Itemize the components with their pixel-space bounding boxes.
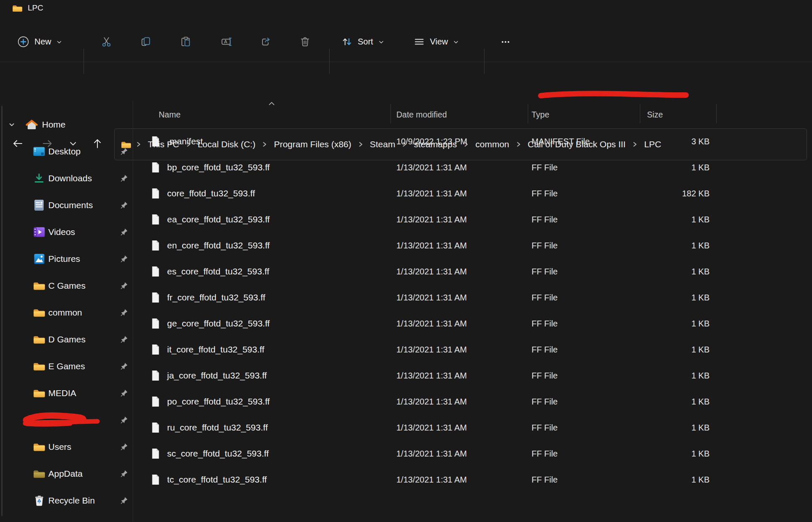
- file-row[interactable]: es_core_ffotd_tu32_593.ff1/13/2021 1:31 …: [0, 258, 812, 284]
- column-header-date-modified[interactable]: Date modified: [396, 110, 447, 120]
- navigation-bar: This PCLocal Disk (C:)Program Files (x86…: [0, 62, 812, 101]
- file-name: .manifest: [167, 136, 203, 146]
- file-row[interactable]: fr_core_ffotd_tu32_593.ff1/13/2021 1:31 …: [0, 284, 812, 311]
- new-button[interactable]: New: [12, 31, 68, 53]
- column-divider[interactable]: [716, 104, 717, 123]
- file-date-modified: 1/13/2021 1:31 AM: [396, 371, 467, 381]
- file-type: FF File: [532, 241, 558, 251]
- column-divider[interactable]: [390, 104, 391, 123]
- file-row[interactable]: ge_core_ffotd_tu32_593.ff1/13/2021 1:31 …: [0, 311, 812, 337]
- scissors-icon: [100, 36, 113, 48]
- file-name: ru_core_ffotd_tu32_593.ff: [167, 423, 268, 433]
- file-row[interactable]: sc_core_ffotd_tu32_593.ff1/13/2021 1:31 …: [0, 441, 812, 467]
- svg-text:A: A: [224, 39, 227, 44]
- file-date-modified: 1/13/2021 1:31 AM: [396, 397, 467, 407]
- file-row[interactable]: ru_core_ffotd_tu32_593.ff1/13/2021 1:31 …: [0, 415, 812, 441]
- plus-circle-icon: [17, 35, 30, 48]
- file-size: 1 KB: [644, 475, 710, 485]
- pin-icon: [120, 496, 128, 505]
- file-row[interactable]: ja_core_ffotd_tu32_593.ff1/13/2021 1:31 …: [0, 363, 812, 389]
- file-row[interactable]: tc_core_ffotd_tu32_593.ff1/13/2021 1:31 …: [0, 467, 812, 493]
- file-row[interactable]: en_core_ffotd_tu32_593.ff1/13/2021 1:31 …: [0, 232, 812, 258]
- file-page-icon: [151, 188, 160, 199]
- file-date-modified: 1/13/2021 1:31 AM: [396, 345, 467, 355]
- file-date-modified: 1/13/2021 1:31 AM: [396, 319, 467, 329]
- column-divider[interactable]: [640, 104, 640, 123]
- file-name: ge_core_ffotd_tu32_593.ff: [167, 318, 270, 329]
- trash-icon: [299, 36, 311, 48]
- file-row[interactable]: ea_core_ffotd_tu32_593.ff1/13/2021 1:31 …: [0, 206, 812, 232]
- sidebar-item-label: Recycle Bin: [48, 496, 95, 506]
- file-row[interactable]: .manifest10/9/2022 1:23 PMMANIFEST File3…: [0, 128, 812, 154]
- paste-button[interactable]: [175, 31, 196, 52]
- file-page-icon: [151, 318, 160, 329]
- file-size: 3 KB: [644, 137, 710, 146]
- clipboard-icon: [180, 36, 192, 48]
- file-date-modified: 1/13/2021 1:31 AM: [396, 267, 467, 277]
- chevron-down-icon: [378, 39, 385, 45]
- file-type: FF File: [532, 215, 558, 224]
- view-button-label: View: [430, 37, 448, 47]
- file-name: en_core_ffotd_tu32_593.ff: [167, 240, 270, 251]
- column-header-name[interactable]: Name: [159, 110, 181, 120]
- title-bar: LPC: [0, 0, 812, 22]
- file-type: FF File: [532, 345, 558, 355]
- sort-button[interactable]: Sort: [336, 31, 390, 53]
- file-name: sc_core_ffotd_tu32_593.ff: [167, 449, 269, 459]
- share-icon: [260, 36, 272, 48]
- file-name: po_core_ffotd_tu32_593.ff: [167, 397, 270, 407]
- file-type: FF File: [532, 371, 558, 381]
- file-size: 1 KB: [644, 293, 710, 303]
- file-type: FF File: [532, 189, 558, 198]
- more-options-button[interactable]: [495, 31, 516, 53]
- file-size: 1 KB: [644, 163, 710, 172]
- file-row[interactable]: core_ffotd_tu32_593.ff1/13/2021 1:31 AMF…: [0, 180, 812, 206]
- list-lines-icon: [413, 36, 425, 48]
- file-name: bp_core_ffotd_tu32_593.ff: [167, 162, 270, 172]
- file-page-icon: [151, 448, 160, 459]
- rename-button[interactable]: A: [216, 31, 237, 52]
- file-size: 1 KB: [644, 319, 710, 329]
- cut-button[interactable]: [96, 31, 117, 52]
- file-date-modified: 1/13/2021 1:31 AM: [396, 423, 467, 433]
- chevron-down-icon[interactable]: [8, 120, 16, 129]
- file-size: 1 KB: [644, 397, 710, 407]
- file-page-icon: [151, 396, 160, 407]
- file-date-modified: 1/13/2021 1:31 AM: [396, 293, 467, 303]
- file-size: 182 KB: [644, 189, 710, 198]
- file-page-icon: [151, 162, 160, 173]
- file-name: it_core_ffotd_tu32_593.ff: [167, 345, 265, 355]
- file-size: 1 KB: [644, 371, 710, 381]
- file-date-modified: 1/13/2021 1:31 AM: [396, 475, 467, 485]
- copy-icon: [140, 36, 152, 48]
- column-header-size[interactable]: Size: [647, 110, 663, 120]
- file-list: .manifest10/9/2022 1:23 PMMANIFEST File3…: [0, 128, 812, 493]
- file-name: core_ffotd_tu32_593.ff: [167, 188, 255, 198]
- new-button-label: New: [34, 37, 51, 47]
- column-divider[interactable]: [528, 104, 528, 123]
- share-button[interactable]: [255, 31, 276, 52]
- file-type: FF File: [532, 163, 558, 172]
- file-name: ja_core_ffotd_tu32_593.ff: [167, 371, 267, 381]
- file-size: 1 KB: [644, 215, 710, 224]
- file-size: 1 KB: [644, 423, 710, 433]
- file-row[interactable]: it_core_ffotd_tu32_593.ff1/13/2021 1:31 …: [0, 337, 812, 363]
- file-size: 1 KB: [644, 449, 710, 459]
- column-header-type[interactable]: Type: [532, 110, 549, 120]
- file-row[interactable]: bp_core_ffotd_tu32_593.ff1/13/2021 1:31 …: [0, 154, 812, 180]
- window-tab[interactable]: LPC: [12, 3, 43, 13]
- file-date-modified: 1/13/2021 1:31 AM: [396, 189, 467, 198]
- file-row[interactable]: po_core_ffotd_tu32_593.ff1/13/2021 1:31 …: [0, 389, 812, 415]
- file-page-icon: [151, 422, 160, 433]
- file-page-icon: [151, 266, 160, 277]
- file-date-modified: 10/9/2022 1:23 PM: [396, 137, 467, 146]
- copy-button[interactable]: [135, 31, 156, 52]
- chevron-down-icon: [56, 39, 63, 45]
- file-type: FF File: [532, 423, 558, 433]
- view-button[interactable]: View: [408, 31, 464, 53]
- chevron-down-icon: [453, 39, 459, 45]
- file-type: FF File: [532, 397, 558, 407]
- file-name: tc_core_ffotd_tu32_593.ff: [167, 475, 267, 485]
- delete-button[interactable]: [294, 31, 315, 52]
- file-page-icon: [151, 474, 160, 485]
